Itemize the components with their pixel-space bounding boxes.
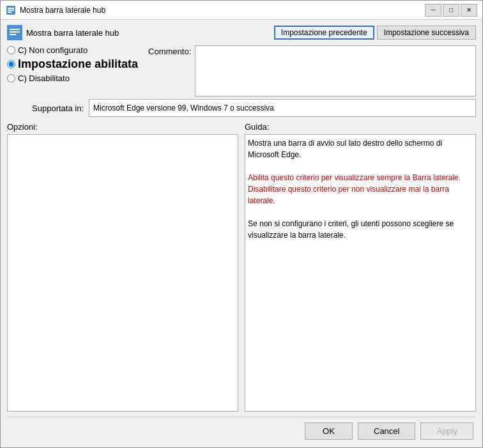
dialog-title: Mostra barra laterale hub	[26, 28, 270, 38]
enabled-label: Impostazione abilitata	[18, 58, 138, 71]
comment-textarea[interactable]	[195, 45, 476, 97]
main-window: Mostra barra laterale hub ─ □ ✕ Mostra b…	[0, 0, 483, 448]
supported-text: Microsoft Edge versione 99, Windows 7 o …	[93, 104, 274, 112]
guide-label: Guida:	[245, 122, 476, 132]
not-configured-label: C) Non configurato	[18, 45, 88, 55]
top-bar: Mostra barra laterale hub Impostazione p…	[7, 25, 476, 40]
title-bar: Mostra barra laterale hub ─ □ ✕	[1, 1, 482, 20]
supported-value: Microsoft Edge versione 99, Windows 7 o …	[89, 99, 476, 117]
supported-row: Supportata in: Microsoft Edge versione 9…	[7, 99, 476, 117]
ok-button[interactable]: OK	[305, 422, 353, 440]
comment-inner: Commento:	[148, 45, 476, 97]
radio-comment-row: C) Non configurato Impostazione abilitat…	[7, 45, 476, 97]
policy-icon	[7, 25, 22, 40]
window-title: Mostra barra laterale hub	[20, 6, 425, 15]
disabled-label: C) Disabilitato	[18, 73, 70, 83]
guide-line3: Se non si configurano i criteri, gli ute…	[248, 218, 473, 241]
prev-setting-button[interactable]: Impostazione precedente	[274, 26, 374, 40]
svg-rect-2	[8, 10, 14, 11]
not-configured-row: C) Non configurato	[7, 45, 138, 55]
options-content[interactable]	[7, 134, 238, 412]
window-icon	[6, 5, 16, 15]
nav-buttons: Impostazione precedente Impostazione suc…	[274, 26, 476, 40]
dialog-content: Mostra barra laterale hub Impostazione p…	[1, 20, 482, 447]
disabled-radio[interactable]	[7, 74, 15, 82]
options-label: Opzioni:	[7, 122, 238, 132]
svg-rect-5	[10, 29, 20, 30]
next-setting-button[interactable]: Impostazione successiva	[377, 26, 476, 40]
guide-line1: Mostra una barra di avvio sul lato destr…	[248, 137, 473, 160]
supported-label: Supportata in:	[7, 104, 84, 113]
cancel-button[interactable]: Cancel	[358, 422, 415, 440]
svg-rect-6	[10, 31, 20, 33]
svg-rect-3	[8, 12, 12, 13]
options-panel: Opzioni:	[7, 122, 238, 412]
guide-content[interactable]: Mostra una barra di avvio sul lato destr…	[245, 134, 476, 412]
disabled-row: C) Disabilitato	[7, 73, 138, 83]
minimize-button[interactable]: ─	[425, 4, 441, 17]
enabled-radio[interactable]	[7, 60, 15, 68]
guide-line2: Abilita questo criterio per visualizzare…	[248, 172, 473, 206]
guide-panel: Guida: Mostra una barra di avvio sul lat…	[245, 122, 476, 412]
window-controls: ─ □ ✕	[425, 4, 477, 17]
bottom-bar: OK Cancel Apply	[7, 417, 476, 442]
maximize-button[interactable]: □	[443, 4, 459, 17]
comment-section: Commento:	[148, 45, 476, 97]
svg-rect-1	[8, 8, 14, 9]
not-configured-radio[interactable]	[7, 46, 15, 54]
close-button[interactable]: ✕	[461, 4, 477, 17]
enabled-row: Impostazione abilitata	[7, 58, 138, 71]
radio-section: C) Non configurato Impostazione abilitat…	[7, 45, 138, 93]
apply-button[interactable]: Apply	[420, 422, 473, 440]
comment-label: Commento:	[148, 45, 191, 56]
svg-rect-7	[10, 34, 16, 35]
panels-section: Opzioni: Guida: Mostra una barra di avvi…	[7, 122, 476, 412]
